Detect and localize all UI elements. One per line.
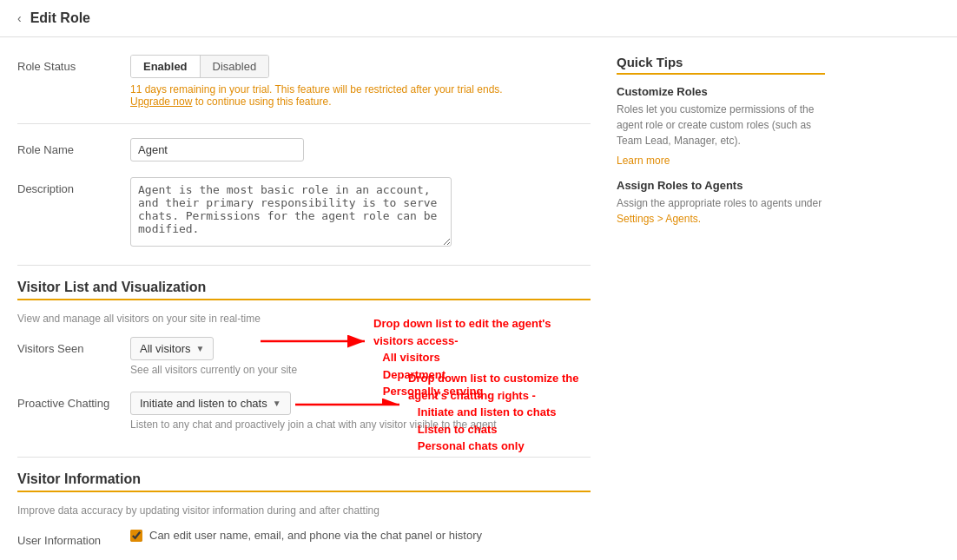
back-arrow[interactable]: ‹ [17,11,22,25]
visitor-info-subtitle: Improve data accuracy by updating visito… [17,504,591,517]
status-toggle: Enabled Disabled [130,55,269,78]
proactive-content: Initiate and listen to chats ▼ Listen to… [130,392,591,431]
quick-tips-title: Quick Tips [617,55,825,69]
qt-divider [617,73,825,75]
visitors-seen-content: All visitors ▼ See all visitors currentl… [130,337,591,376]
customize-roles-block: Customize Roles Roles let you customize … [617,85,825,167]
visitors-seen-dropdown[interactable]: All visitors ▼ [130,337,214,360]
role-name-content [130,138,591,161]
role-name-label: Role Name [17,138,130,156]
user-info-label: User Information [17,529,130,547]
right-panel: Quick Tips Customize Roles Roles let you… [617,55,825,560]
customize-roles-text: Roles let you customize permissions of t… [617,102,825,148]
trial-message: 11 days remaining in your trial. This fe… [130,83,591,108]
description-row: Description Agent is the most basic role… [17,177,591,249]
role-name-row: Role Name [17,138,591,161]
visitor-section: Visitor List and Visualization View and … [17,280,591,431]
user-info-row: User Information Can edit user name, ema… [17,529,591,547]
customize-learn-more-link[interactable]: Learn more [617,155,670,167]
visitor-section-divider [17,299,591,300]
divider-1 [17,123,591,124]
proactive-dropdown[interactable]: Initiate and listen to chats ▼ [130,392,291,415]
page-title: Edit Role [30,10,90,26]
assign-roles-text: Assign the appropriate roles to agents u… [617,195,825,227]
divider-3 [17,457,591,458]
user-info-checkbox-label: Can edit user name, email, and phone via… [149,529,482,542]
visitors-seen-row: Visitors Seen All visitors ▼ See all vis… [17,337,591,376]
proactive-hint: Listen to any chat and proactively join … [130,418,591,431]
assign-roles-block: Assign Roles to Agents Assign the approp… [617,179,825,227]
upgrade-link[interactable]: Upgrade now [130,96,192,108]
visitors-seen-label: Visitors Seen [17,337,130,355]
user-info-content: Can edit user name, email, and phone via… [130,529,591,547]
visitor-section-title: Visitor List and Visualization [17,280,591,295]
assign-settings-link[interactable]: Settings > Agents. [617,213,701,225]
role-status-content: Enabled Disabled 11 days remaining in yo… [130,55,591,108]
user-info-checkbox[interactable] [130,530,142,542]
chevron-down-icon-2: ▼ [273,399,281,408]
assign-roles-title: Assign Roles to Agents [617,179,825,192]
description-content: Agent is the most basic role in an accou… [130,177,591,249]
proactive-label: Proactive Chatting [17,392,130,410]
divider-2 [17,265,591,266]
role-status-row: Role Status Enabled Disabled 11 days rem… [17,55,591,108]
enabled-button[interactable]: Enabled [131,56,201,77]
visitor-info-section: Visitor Information Improve data accurac… [17,471,591,560]
proactive-chatting-row: Proactive Chatting Initiate and listen t… [17,392,591,431]
visitors-seen-hint: See all visitors currently on your site [130,364,591,376]
role-name-input[interactable] [130,138,304,161]
disabled-button[interactable]: Disabled [201,56,269,77]
assign-text-prefix: Assign the appropriate roles to agents u… [617,197,822,209]
proactive-value: Initiate and listen to chats [140,397,267,410]
customize-roles-title: Customize Roles [617,85,825,98]
user-info-checkbox-row: Can edit user name, email, and phone via… [130,529,591,542]
visitor-section-subtitle: View and manage all visitors on your sit… [17,313,591,325]
description-label: Description [17,177,130,195]
left-panel: Role Status Enabled Disabled 11 days rem… [17,55,591,560]
trial-text-main: 11 days remaining in your trial. This fe… [130,83,503,96]
visitor-info-divider [17,491,591,492]
visitor-info-title: Visitor Information [17,471,591,487]
visitors-seen-value: All visitors [140,342,191,355]
upgrade-suffix: to continue using this feature. [195,96,332,108]
page-header: ‹ Edit Role [0,0,957,37]
chevron-down-icon: ▼ [196,344,205,353]
description-textarea[interactable]: Agent is the most basic role in an accou… [130,177,452,247]
role-status-label: Role Status [17,55,130,73]
